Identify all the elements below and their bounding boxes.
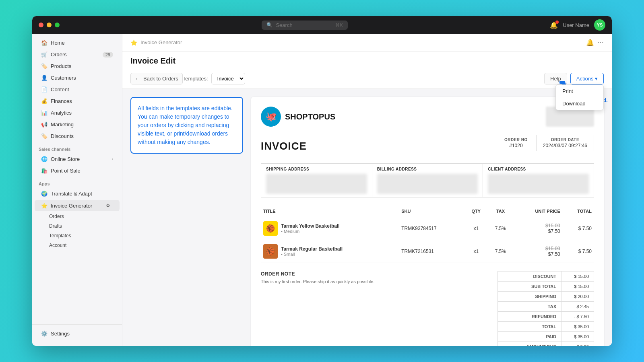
sidebar-item-orders[interactable]: 🛒 Orders 29 [35,49,120,60]
user-avatar[interactable]: YS [594,19,605,31]
sidebar-item-analytics[interactable]: 📊 Analytics [35,107,120,118]
orders-icon: 🛒 [41,51,47,58]
template-select[interactable]: Invoice [211,73,245,84]
user-name-label: User Name [563,22,589,28]
sidebar-sub-label-templates: Templates [49,233,71,239]
sidebar-item-point-of-sale[interactable]: 🛍️ Point of Sale [35,165,120,176]
item-1-price-original: $15.00 [516,223,560,228]
actions-dropdown: Print Download [555,84,604,110]
item-2-sku[interactable]: TRMK7216531 [399,240,464,263]
print-menu-item[interactable]: Print [556,85,603,97]
sidebar-label-analytics: Analytics [51,110,72,116]
sales-channels-section: Sales channels [32,142,122,153]
client-address-cell: CLIENT ADDRESS [483,163,594,197]
total-value[interactable]: $ 35.00 [561,322,594,331]
home-icon: 🏠 [41,40,47,46]
totals-row-paid: PAID $ 35.00 [498,332,594,342]
item-2-tax[interactable]: 7.5% [487,240,514,263]
sidebar-sub-label-account: Account [49,243,66,248]
actions-container: Actions ▾ Print Download Print or downlo… [570,73,604,84]
sidebar-item-finances[interactable]: 💰 Finances [35,96,120,107]
client-address-blurred [488,174,589,194]
table-row: 🏀 Tarmak Yellow Basketball • Medium TRMK… [261,217,594,240]
sidebar-item-invoice-generator[interactable]: ⭐ Invoice Generator ⚙ [35,200,120,211]
subtotal-value[interactable]: $ 15.00 [561,282,594,291]
apps-section: Apps [32,177,122,188]
sidebar-sub-item-orders[interactable]: Orders [35,212,120,221]
item-1-unit-price[interactable]: $15.00 $7.50 [514,217,563,240]
item-2-name[interactable]: Tarmak Regular Basketball [281,246,343,252]
sidebar-sub-item-account[interactable]: Account [35,241,120,250]
minimize-button[interactable] [47,23,52,27]
subtotal-label: SUB TOTAL [498,282,561,291]
item-2-total[interactable]: $ 7.50 [563,240,594,263]
item-2-name-cell: 🏀 Tarmak Regular Basketball • Small [261,240,399,263]
tax-value[interactable]: $ 2.45 [561,302,594,311]
finances-icon: 💰 [41,98,47,104]
order-no-value[interactable]: #1020 [503,143,529,148]
shipping-value[interactable]: $ 20.00 [561,292,594,301]
notification-badge [555,21,559,24]
maximize-button[interactable] [55,23,60,27]
sidebar-sub-item-templates[interactable]: Templates [35,231,120,240]
item-1-total[interactable]: $ 7.50 [563,217,594,240]
sidebar-item-content[interactable]: 📄 Content [35,84,120,95]
sidebar-item-discounts[interactable]: 🏷️ Discounts [35,131,120,142]
page-bell-icon[interactable]: 🔔 [586,39,594,46]
item-2-variant[interactable]: • Small [281,252,343,257]
order-date-value[interactable]: 2024/03/07 09:27:46 [543,143,587,148]
sidebar-sub-item-drafts[interactable]: Drafts [35,222,120,230]
order-note-title: ORDER NOTE [261,271,489,277]
close-button[interactable] [39,23,43,27]
translate-icon: 🌍 [41,191,47,197]
sidebar-label-content: Content [51,86,69,93]
company-name[interactable]: SHOPTOPUS [285,112,335,121]
sidebar-item-translate[interactable]: 🌍 Translate & Adapt [35,188,120,199]
discount-value[interactable]: - $ 15.00 [561,272,594,281]
sidebar-item-settings[interactable]: ⚙️ Settings [35,328,120,339]
item-1-qty[interactable]: x1 [464,217,487,240]
order-note-text[interactable]: This is my first order. Please ship it a… [261,279,489,284]
item-1-tax[interactable]: 7.5% [487,217,514,240]
tax-label: TAX [498,302,561,311]
sidebar-label-marketing: Marketing [51,121,74,128]
item-2-image: 🏀 [263,244,278,259]
window-controls [39,23,60,27]
notification-icon[interactable]: 🔔 [550,21,558,29]
sidebar-item-customers[interactable]: 👤 Customers [35,72,120,83]
search-input[interactable] [276,22,332,28]
content-area: ⭐ Invoice Generator 🔔 ⋯ Invoice Edit ← B… [122,34,612,346]
sidebar-item-online-store[interactable]: 🌐 Online Store › [35,154,120,165]
invoice-generator-settings-icon[interactable]: ⚙ [103,202,113,209]
shipping-address-cell: SHIPPING ADDRESS [261,163,372,197]
invoice-doc-wrapper: All fields in the templates are editable… [122,89,612,346]
item-1-sku[interactable]: TRMK93784517 [399,217,464,240]
sidebar-label-invoice-generator: Invoice Generator [51,203,92,209]
item-2-unit-price[interactable]: $15.00 $7.50 [514,240,563,263]
templates-label: Templates: [183,76,208,82]
table-row: 🏀 Tarmak Regular Basketball • Small TRMK… [261,240,594,263]
download-menu-item[interactable]: Download [556,97,603,110]
invoice-generator-icon: ⭐ [41,203,47,209]
invoice-title[interactable]: INVOICE [261,140,307,152]
item-1-variant[interactable]: • Medium [281,229,340,234]
paid-value[interactable]: $ 35.00 [561,332,594,341]
invoice-toolbar: ← Back to Orders Change document type fo… [122,69,612,89]
address-section: SHIPPING ADDRESS BILLING ADDRESS CLIENT … [261,163,594,197]
item-2-qty[interactable]: x1 [464,240,487,263]
logo-emoji: 🐙 [266,111,277,122]
analytics-icon: 📊 [41,110,47,116]
totals-row-shipping: SHIPPING $ 20.00 [498,292,594,302]
back-to-orders-button[interactable]: ← Back to Orders [130,73,183,84]
sidebar-item-products[interactable]: 🏷️ Products [35,61,120,72]
refunded-value[interactable]: - $ 7.50 [561,312,594,321]
search-bar[interactable]: 🔍 ⌘K [262,21,347,30]
company-logo: 🐙 [261,107,281,127]
content-header: ⭐ Invoice Generator 🔔 ⋯ [122,34,612,51]
sidebar-item-marketing[interactable]: 📢 Marketing [35,119,120,130]
order-meta: ORDER NO #1020 ORDER DATE 2024/03/07 09:… [496,135,594,151]
item-1-name[interactable]: Tarmak Yellow Basketball [281,223,340,229]
amount-due-value[interactable]: $ 0.00 [561,342,594,346]
page-more-icon[interactable]: ⋯ [597,39,604,46]
sidebar-item-home[interactable]: 🏠 Home [35,37,120,48]
